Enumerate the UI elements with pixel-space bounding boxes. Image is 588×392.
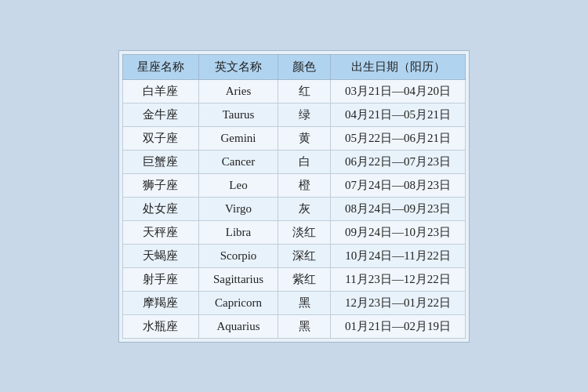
col-header-date: 出生日期（阳历） — [331, 54, 466, 79]
table-cell: 橙 — [278, 173, 331, 197]
table-cell: 05月22日—06月21日 — [331, 126, 466, 150]
table-cell: 白羊座 — [122, 79, 198, 103]
col-header-english-name: 英文名称 — [198, 54, 278, 79]
table-row: 巨蟹座Cancer白06月22日—07月23日 — [122, 150, 465, 173]
table-row: 双子座Gemini黄05月22日—06月21日 — [122, 126, 465, 150]
table-cell: 水瓶座 — [122, 314, 198, 338]
table-cell: Libra — [198, 220, 278, 244]
table-cell: 04月21日—05月21日 — [331, 103, 466, 126]
table-cell: Gemini — [198, 126, 278, 150]
table-row: 天秤座Libra淡红09月24日—10月23日 — [122, 220, 465, 244]
table-header-row: 星座名称 英文名称 颜色 出生日期（阳历） — [122, 54, 465, 79]
table-cell: 10月24日—11月22日 — [331, 244, 466, 267]
table-row: 水瓶座Aquarius黑01月21日—02月19日 — [122, 314, 465, 338]
table-cell: 紫红 — [278, 267, 331, 291]
table-cell: 黄 — [278, 126, 331, 150]
table-cell: Taurus — [198, 103, 278, 126]
table-cell: 巨蟹座 — [122, 150, 198, 173]
table-cell: Aquarius — [198, 314, 278, 338]
table-cell: 金牛座 — [122, 103, 198, 126]
table-cell: 双子座 — [122, 126, 198, 150]
table-cell: 天秤座 — [122, 220, 198, 244]
table-cell: Aries — [198, 79, 278, 103]
table-row: 狮子座Leo橙07月24日—08月23日 — [122, 173, 465, 197]
table-row: 射手座Sagittarius紫红11月23日—12月22日 — [122, 267, 465, 291]
table-cell: Leo — [198, 173, 278, 197]
table-cell: Scorpio — [198, 244, 278, 267]
table-cell: 08月24日—09月23日 — [331, 197, 466, 220]
table-cell: 白 — [278, 150, 331, 173]
table-row: 处女座Virgo灰08月24日—09月23日 — [122, 197, 465, 220]
table-cell: Capricorn — [198, 291, 278, 314]
table-cell: 灰 — [278, 197, 331, 220]
table-cell: 06月22日—07月23日 — [331, 150, 466, 173]
table-cell: 天蝎座 — [122, 244, 198, 267]
table-cell: 11月23日—12月22日 — [331, 267, 466, 291]
col-header-color: 颜色 — [278, 54, 331, 79]
col-header-chinese-name: 星座名称 — [122, 54, 198, 79]
table-cell: 红 — [278, 79, 331, 103]
table-cell: 深红 — [278, 244, 331, 267]
table-cell: 摩羯座 — [122, 291, 198, 314]
table-cell: 处女座 — [122, 197, 198, 220]
table-body: 白羊座Aries红03月21日—04月20日金牛座Taurus绿04月21日—0… — [122, 79, 465, 338]
table-cell: 狮子座 — [122, 173, 198, 197]
table-cell: 03月21日—04月20日 — [331, 79, 466, 103]
table-row: 金牛座Taurus绿04月21日—05月21日 — [122, 103, 465, 126]
table-cell: Sagittarius — [198, 267, 278, 291]
table-cell: Cancer — [198, 150, 278, 173]
table-cell: 07月24日—08月23日 — [331, 173, 466, 197]
table-cell: 绿 — [278, 103, 331, 126]
table-cell: 09月24日—10月23日 — [331, 220, 466, 244]
table-cell: 12月23日—01月22日 — [331, 291, 466, 314]
table-cell: 01月21日—02月19日 — [331, 314, 466, 338]
zodiac-table-container: 星座名称 英文名称 颜色 出生日期（阳历） 白羊座Aries红03月21日—04… — [118, 50, 470, 343]
table-cell: 黑 — [278, 314, 331, 338]
zodiac-table: 星座名称 英文名称 颜色 出生日期（阳历） 白羊座Aries红03月21日—04… — [122, 54, 466, 339]
table-row: 摩羯座Capricorn黑12月23日—01月22日 — [122, 291, 465, 314]
table-row: 天蝎座Scorpio深红10月24日—11月22日 — [122, 244, 465, 267]
table-cell: Virgo — [198, 197, 278, 220]
table-cell: 淡红 — [278, 220, 331, 244]
table-cell: 黑 — [278, 291, 331, 314]
table-cell: 射手座 — [122, 267, 198, 291]
table-row: 白羊座Aries红03月21日—04月20日 — [122, 79, 465, 103]
